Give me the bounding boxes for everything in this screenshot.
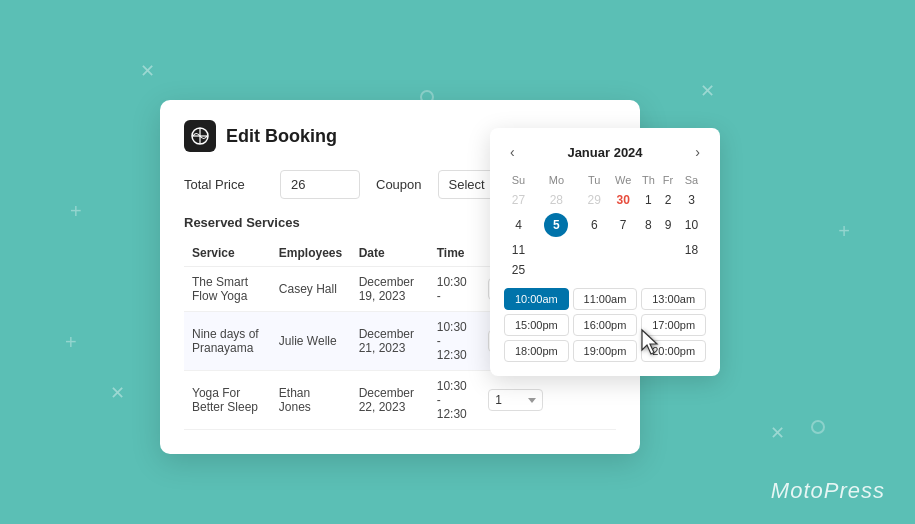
- cal-header-sa: Sa: [677, 172, 706, 190]
- decor-plus-3: +: [838, 220, 850, 243]
- cal-day[interactable]: 2: [659, 190, 677, 210]
- cal-day[interactable]: [580, 240, 609, 260]
- calendar-next-button[interactable]: ›: [689, 142, 706, 162]
- time-slot-1100am[interactable]: 11:00am: [573, 288, 638, 310]
- cal-day[interactable]: 10: [677, 210, 706, 240]
- cal-day[interactable]: 6: [580, 210, 609, 240]
- service-date-3: December 22, 2023: [351, 371, 429, 430]
- decor-cross-2: ✕: [700, 80, 715, 102]
- cal-day[interactable]: 25: [504, 260, 533, 280]
- decor-plus-1: +: [70, 200, 82, 223]
- cal-day[interactable]: 11: [504, 240, 533, 260]
- cal-day[interactable]: [609, 260, 638, 280]
- service-name-1: The Smart Flow Yoga: [184, 267, 271, 312]
- cal-header-mo: Mo: [533, 172, 580, 190]
- employee-name-2: Julie Welle: [271, 312, 351, 371]
- time-slot-1900pm[interactable]: 19:00pm: [573, 340, 638, 362]
- cal-day[interactable]: 4: [504, 210, 533, 240]
- cal-day[interactable]: 27: [504, 190, 533, 210]
- cal-day[interactable]: 1: [638, 190, 659, 210]
- calendar-header: ‹ Januar 2024 ›: [504, 142, 706, 162]
- service-name-2: Nine days of Pranayama: [184, 312, 271, 371]
- service-action-3: [551, 371, 616, 430]
- time-slots-container: 10:00am 11:00am 13:00am 15:00pm 16:00pm …: [504, 288, 706, 362]
- time-slot-1000am[interactable]: 10:00am: [504, 288, 569, 310]
- decor-cross-4: ✕: [770, 422, 785, 444]
- cal-day-selected[interactable]: 5: [533, 210, 580, 240]
- calendar-prev-button[interactable]: ‹: [504, 142, 521, 162]
- time-slot-1600pm[interactable]: 16:00pm: [573, 314, 638, 336]
- total-price-label: Total Price: [184, 177, 264, 192]
- cal-day[interactable]: [580, 260, 609, 280]
- service-date-2: December 21, 2023: [351, 312, 429, 371]
- time-slot-2000pm[interactable]: 20:00pm: [641, 340, 706, 362]
- coupon-label: Coupon: [376, 177, 422, 192]
- table-header-time: Time: [429, 240, 481, 267]
- cal-day[interactable]: 3: [677, 190, 706, 210]
- cal-day[interactable]: [638, 260, 659, 280]
- cal-day[interactable]: 18: [677, 240, 706, 260]
- cal-day[interactable]: 7: [609, 210, 638, 240]
- employee-name-1: Casey Hall: [271, 267, 351, 312]
- cal-day[interactable]: [533, 260, 580, 280]
- time-slot-1800pm[interactable]: 18:00pm: [504, 340, 569, 362]
- cal-day[interactable]: 28: [533, 190, 580, 210]
- calendar-month-label: Januar 2024: [567, 145, 642, 160]
- service-name-3: Yoga For Better Sleep: [184, 371, 271, 430]
- time-slot-1300am[interactable]: 13:00am: [641, 288, 706, 310]
- calendar-grid: Su Mo Tu We Th Fr Sa 27 28 29 30 1 2 3 4…: [504, 172, 706, 280]
- cal-header-su: Su: [504, 172, 533, 190]
- cal-header-fr: Fr: [659, 172, 677, 190]
- table-header-date: Date: [351, 240, 429, 267]
- cal-header-tu: Tu: [580, 172, 609, 190]
- cal-day[interactable]: [659, 240, 677, 260]
- time-slot-1500pm[interactable]: 15:00pm: [504, 314, 569, 336]
- time-slot-1700pm[interactable]: 17:00pm: [641, 314, 706, 336]
- cal-day[interactable]: [677, 260, 706, 280]
- cal-day[interactable]: 30: [609, 190, 638, 210]
- qty-select-3[interactable]: 123: [488, 389, 543, 411]
- table-header-employees: Employees: [271, 240, 351, 267]
- decor-circle-4: [811, 420, 825, 434]
- cal-day[interactable]: 29: [580, 190, 609, 210]
- card-title: Edit Booking: [226, 126, 337, 147]
- cal-day[interactable]: [638, 240, 659, 260]
- total-price-input[interactable]: [280, 170, 360, 199]
- table-row: Yoga For Better Sleep Ethan Jones Decemb…: [184, 371, 616, 430]
- cal-day[interactable]: 8: [638, 210, 659, 240]
- decor-plus-2: +: [65, 331, 77, 354]
- cal-header-th: Th: [638, 172, 659, 190]
- service-time-2: 10:30 - 12:30: [429, 312, 481, 371]
- cal-day[interactable]: [659, 260, 677, 280]
- cal-header-we: We: [609, 172, 638, 190]
- table-header-service: Service: [184, 240, 271, 267]
- cal-day[interactable]: [533, 240, 580, 260]
- wordpress-logo: [184, 120, 216, 152]
- decor-cross-1: ✕: [140, 60, 155, 82]
- motopress-logo: MotoPress: [771, 478, 885, 504]
- service-qty-3: 123: [480, 371, 551, 430]
- employee-name-3: Ethan Jones: [271, 371, 351, 430]
- cal-day[interactable]: [609, 240, 638, 260]
- cal-day[interactable]: 9: [659, 210, 677, 240]
- service-date-1: December 19, 2023: [351, 267, 429, 312]
- service-time-3: 10:30 - 12:30: [429, 371, 481, 430]
- calendar-popup: ‹ Januar 2024 › Su Mo Tu We Th Fr Sa 27 …: [490, 128, 720, 376]
- service-time-1: 10:30 -: [429, 267, 481, 312]
- decor-cross-3: ✕: [110, 382, 125, 404]
